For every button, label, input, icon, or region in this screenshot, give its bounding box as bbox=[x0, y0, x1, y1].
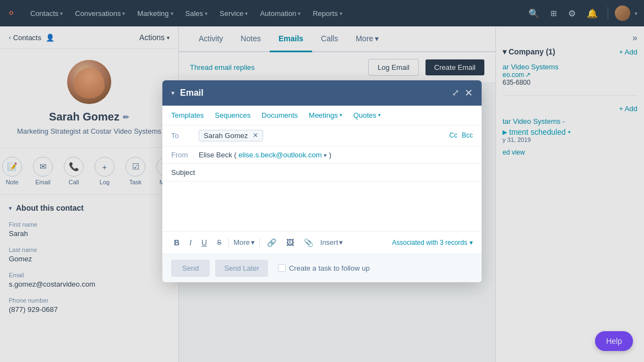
email-compose-modal: ▾ Email ⤢ ✕ Templates Sequences Document… bbox=[162, 80, 482, 282]
italic-button[interactable]: I bbox=[187, 236, 194, 249]
from-value: Elise Beck ( elise.s.beck@outlook.com ▾ … bbox=[199, 151, 331, 159]
send-later-button[interactable]: Send Later bbox=[215, 260, 268, 277]
modal-footer: Send Send Later Create a task to follow … bbox=[162, 254, 482, 282]
from-field: From Elise Beck ( elise.s.beck@outlook.c… bbox=[162, 146, 482, 164]
create-task-checkbox[interactable]: Create a task to follow up bbox=[278, 264, 370, 272]
underline-button[interactable]: U bbox=[199, 236, 210, 249]
bold-button[interactable]: B bbox=[171, 236, 182, 249]
subtab-documents[interactable]: Documents bbox=[261, 111, 298, 119]
insert-button[interactable]: Insert ▾ bbox=[320, 238, 343, 246]
subtab-meetings[interactable]: Meetings ▾ bbox=[309, 111, 342, 119]
modal-close-button[interactable]: ✕ bbox=[465, 87, 473, 99]
recipient-tag: Sarah Gomez ✕ bbox=[199, 130, 263, 141]
associated-records-button[interactable]: Associated with 3 records ▾ bbox=[392, 239, 473, 246]
send-button[interactable]: Send bbox=[171, 260, 210, 277]
modal-collapse-button[interactable]: ▾ bbox=[171, 89, 174, 97]
cc-button[interactable]: Cc bbox=[449, 131, 457, 139]
more-chevron-icon: ▾ bbox=[251, 238, 255, 246]
toolbar-separator-2 bbox=[259, 238, 260, 247]
quotes-chevron-icon: ▾ bbox=[378, 112, 381, 118]
link-button[interactable]: 🔗 bbox=[264, 236, 279, 249]
from-dropdown-icon[interactable]: ▾ bbox=[324, 152, 327, 158]
cc-bcc-buttons: Cc Bcc bbox=[449, 131, 473, 139]
attachment-button[interactable]: 📎 bbox=[301, 236, 316, 249]
bcc-button[interactable]: Bcc bbox=[462, 131, 473, 139]
checkbox-icon bbox=[278, 264, 286, 272]
insert-chevron-icon: ▾ bbox=[339, 238, 343, 246]
image-button[interactable]: 🖼 bbox=[283, 236, 297, 249]
subject-field[interactable]: Subject bbox=[162, 164, 482, 182]
subtab-sequences[interactable]: Sequences bbox=[215, 111, 250, 119]
to-field: To Sarah Gomez ✕ Cc Bcc bbox=[162, 125, 482, 146]
more-formatting-button[interactable]: More ▾ bbox=[233, 238, 255, 246]
modal-overlay: ▾ Email ⤢ ✕ Templates Sequences Document… bbox=[0, 0, 644, 362]
modal-title: ▾ Email bbox=[171, 88, 204, 98]
strikethrough-button[interactable]: S bbox=[214, 237, 224, 249]
main-layout: ‹ Contacts 👤 Actions ▾ Sarah Gomez ✏ Mar… bbox=[0, 26, 644, 362]
formatting-toolbar: B I U S More ▾ 🔗 🖼 📎 Insert ▾ Associ bbox=[162, 231, 482, 254]
meetings-chevron-icon: ▾ bbox=[340, 112, 342, 118]
remove-recipient-button[interactable]: ✕ bbox=[253, 131, 258, 139]
modal-header-right: ⤢ ✕ bbox=[452, 87, 473, 99]
subtab-quotes[interactable]: Quotes ▾ bbox=[353, 111, 381, 119]
modal-subtabs: Templates Sequences Documents Meetings ▾… bbox=[162, 106, 482, 125]
associated-chevron-icon: ▾ bbox=[470, 239, 473, 246]
compose-area[interactable] bbox=[162, 182, 482, 231]
subtab-templates[interactable]: Templates bbox=[171, 111, 204, 119]
modal-header: ▾ Email ⤢ ✕ bbox=[162, 80, 482, 106]
subject-label: Subject bbox=[171, 168, 195, 177]
modal-expand-button[interactable]: ⤢ bbox=[452, 87, 459, 98]
toolbar-separator bbox=[228, 238, 229, 247]
